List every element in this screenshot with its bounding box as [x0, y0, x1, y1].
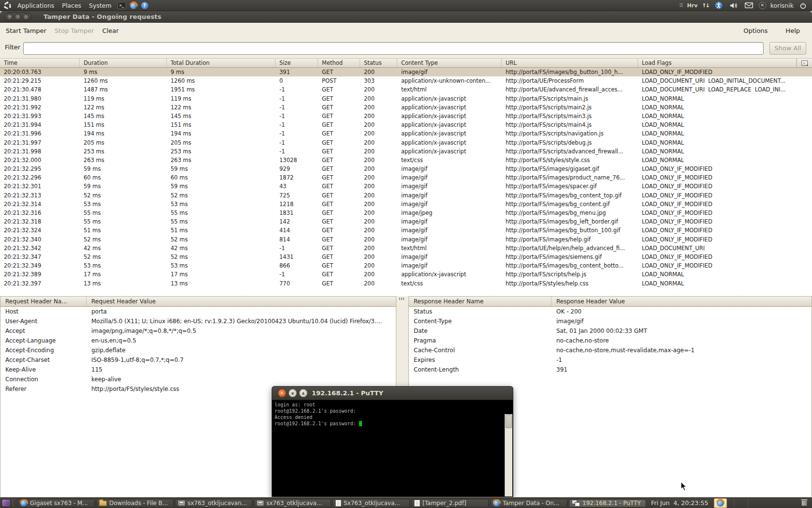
- trash-applet[interactable]: [801, 500, 810, 506]
- column-header-response-header-value[interactable]: Response Header Value: [551, 297, 812, 306]
- request-row[interactable]: 20:21:32.31453 ms53 ms1218GET200image/gi…: [0, 200, 812, 209]
- volume-icon[interactable]: [730, 2, 738, 9]
- request-row[interactable]: 20:21:32.34752 ms52 ms1431GET200image/gi…: [0, 253, 812, 261]
- request-row[interactable]: 20:21:32.31655 ms55 ms1831GET200image/jp…: [0, 209, 812, 217]
- username[interactable]: korisnik: [770, 2, 794, 9]
- header-row[interactable]: Content-Length391: [409, 365, 812, 374]
- column-header-request-header-value[interactable]: Request Header Value: [87, 297, 396, 306]
- request-row[interactable]: 20:21:31.993145 ms145 ms-1GET200applicat…: [0, 112, 812, 120]
- cell-size: -1: [276, 85, 318, 94]
- putty-maximize-button[interactable]: [299, 389, 307, 397]
- column-header-url[interactable]: URL: [502, 59, 638, 67]
- close-window-button[interactable]: [6, 14, 13, 20]
- status-menu-icon[interactable]: [759, 2, 766, 9]
- request-row[interactable]: 20:21:32.32451 ms51 ms414GET200image/gif…: [0, 226, 812, 235]
- help-launcher-icon[interactable]: [141, 2, 148, 9]
- mail-icon[interactable]: [745, 2, 753, 8]
- header-row[interactable]: Connectionkeep-alive: [0, 374, 396, 384]
- header-row[interactable]: Pragmano-cache,no-store: [409, 336, 812, 345]
- column-header-load-flags[interactable]: Load Flags: [638, 59, 797, 67]
- terminal-content[interactable]: login as: rootroot@192.168.2.1's passwor…: [272, 400, 513, 497]
- clock[interactable]: Fri Jun 4, 20:23:55: [651, 499, 708, 507]
- request-row[interactable]: 20:21:32.34242 ms42 ms-1GET200text/htmlh…: [0, 244, 812, 253]
- menu-places[interactable]: Places: [58, 1, 85, 10]
- request-row[interactable]: 20:21:32.34953 ms53 ms866GET200image/gif…: [0, 261, 812, 270]
- menu-system[interactable]: System: [86, 1, 115, 10]
- putty-minimize-button[interactable]: [289, 389, 297, 397]
- request-row[interactable]: 20:20:03.7639 ms9 ms391GET200image/gifht…: [0, 68, 812, 76]
- request-row[interactable]: 20:21:32.000263 ms263 ms13028GET200text/…: [0, 156, 812, 164]
- request-row[interactable]: 20:21:31.996194 ms194 ms-1GET200applicat…: [0, 129, 812, 138]
- header-row[interactable]: Accept-CharsetISO-8859-1,utf-8;q=0.7,*;q…: [0, 355, 396, 365]
- taskbar-item[interactable]: Sx763_otkljucava...: [333, 499, 410, 508]
- tray-firefox-button[interactable]: [714, 498, 727, 508]
- header-row[interactable]: User-AgentMozilla/5.0 (X11; U; Linux i68…: [0, 316, 396, 326]
- taskbar-item[interactable]: Gigaset sx763 - M...: [17, 499, 95, 508]
- menu-applications[interactable]: Applications: [14, 1, 58, 10]
- header-row[interactable]: Accept-Languageen-us,en;q=0.5: [0, 336, 396, 345]
- window-titlebar[interactable]: Tamper Data - Ongoing requests: [0, 11, 812, 23]
- column-header-status[interactable]: Status: [360, 59, 397, 67]
- header-name: Keep-Alive: [0, 365, 87, 374]
- options-button[interactable]: Options: [742, 26, 768, 36]
- header-row[interactable]: Content-Typeimage/gif: [409, 316, 812, 326]
- column-picker[interactable]: [797, 59, 812, 67]
- help-button[interactable]: Help: [784, 26, 801, 36]
- column-header-content-type[interactable]: Content Type: [397, 59, 502, 67]
- taskbar-item[interactable]: 192.168.2.1 - PuTTY: [569, 499, 646, 508]
- header-row[interactable]: Expires-1: [409, 355, 812, 365]
- show-all-button[interactable]: Show All: [769, 42, 806, 55]
- taskbar-item[interactable]: Downloads - File B...: [96, 499, 174, 508]
- putty-close-button[interactable]: [278, 389, 286, 397]
- show-desktop-button[interactable]: [2, 499, 10, 507]
- taskbar-item[interactable]: Tamper Data - On...: [490, 499, 567, 508]
- network-updown-icon[interactable]: [702, 2, 709, 9]
- ubuntu-logo-icon[interactable]: [3, 1, 12, 10]
- putty-titlebar[interactable]: 192.168.2.1 - PuTTY: [272, 387, 513, 400]
- request-row[interactable]: 20:21:30.4781487 ms1951 ms-1GET200text/h…: [0, 85, 812, 94]
- request-row[interactable]: 20:21:32.29559 ms59 ms929GET200image/gif…: [0, 164, 812, 173]
- column-header-response-header-name[interactable]: Response Header Name: [409, 297, 551, 306]
- column-header-time[interactable]: Time: [0, 59, 80, 67]
- request-row[interactable]: 20:21:32.39713 ms13 ms770GET200text/cssh…: [0, 279, 812, 288]
- request-row[interactable]: 20:21:31.994151 ms151 ms-1GET200applicat…: [0, 120, 812, 129]
- keyboard-layout[interactable]: Hrv: [687, 2, 698, 9]
- request-row[interactable]: 20:21:29.2151260 ms1260 ms0POST303applic…: [0, 76, 812, 85]
- column-header-size[interactable]: Size: [276, 59, 318, 67]
- minimize-window-button[interactable]: [14, 14, 21, 20]
- request-row[interactable]: 20:21:31.980119 ms119 ms-1GET200applicat…: [0, 94, 812, 103]
- request-row[interactable]: 20:21:31.997205 ms205 ms-1GET200applicat…: [0, 138, 812, 147]
- header-row[interactable]: Accept-Encodinggzip,deflate: [0, 345, 396, 355]
- header-row[interactable]: Cache-Controlno-cache,no-store,must-reva…: [409, 345, 812, 355]
- taskbar-handle[interactable]: [13, 500, 14, 507]
- taskbar-item[interactable]: sx763_otkljucava...: [254, 499, 331, 508]
- request-row[interactable]: 20:21:31.998253 ms253 ms-1GET200applicat…: [0, 147, 812, 156]
- request-row[interactable]: 20:21:32.29660 ms60 ms1872GET200image/gi…: [0, 173, 812, 182]
- column-header-duration[interactable]: Duration: [80, 59, 167, 67]
- taskbar-item[interactable]: sx763_otkljucavan...: [175, 499, 252, 508]
- request-row[interactable]: 20:21:31.992122 ms122 ms-1GET200applicat…: [0, 103, 812, 112]
- request-row[interactable]: 20:21:32.31855 ms55 ms142GET200image/gif…: [0, 217, 812, 226]
- terminal-launcher-icon[interactable]: [117, 2, 126, 9]
- header-row[interactable]: Hostporta: [0, 307, 396, 316]
- accessibility-icon[interactable]: [715, 1, 723, 9]
- header-row[interactable]: Acceptimage/png,image/*;q=0.8,*/*;q=0.5: [0, 326, 396, 336]
- power-icon[interactable]: [799, 2, 807, 9]
- request-row[interactable]: 20:21:32.31352 ms52 ms725GET200image/gif…: [0, 191, 812, 200]
- column-header-method[interactable]: Method: [318, 59, 360, 67]
- firefox-launcher-icon[interactable]: [130, 2, 137, 9]
- filter-input[interactable]: [23, 42, 764, 55]
- request-row[interactable]: 20:21:32.34052 ms52 ms814GET200image/gif…: [0, 235, 812, 244]
- column-header-request-header-na[interactable]: Request Header Na...: [0, 297, 87, 306]
- taskbar-item[interactable]: [Tamper_2.pdf]: [411, 499, 489, 508]
- start-tamper-button[interactable]: Start Tamper: [5, 26, 47, 36]
- terminal-scrollbar[interactable]: [505, 414, 512, 496]
- request-row[interactable]: 20:21:32.38917 ms17 ms-1GET200applicatio…: [0, 270, 812, 279]
- header-row[interactable]: StatusOK - 200: [409, 307, 812, 316]
- header-row[interactable]: DateSat, 01 Jan 2000 00:02:33 GMT: [409, 326, 812, 336]
- request-row[interactable]: 20:21:32.30159 ms59 ms43GET200image/gifh…: [0, 182, 812, 191]
- maximize-window-button[interactable]: [23, 14, 29, 20]
- header-row[interactable]: Keep-Alive115: [0, 365, 396, 374]
- column-header-total-duration[interactable]: Total Duration: [167, 59, 276, 67]
- clear-button[interactable]: Clear: [102, 26, 120, 36]
